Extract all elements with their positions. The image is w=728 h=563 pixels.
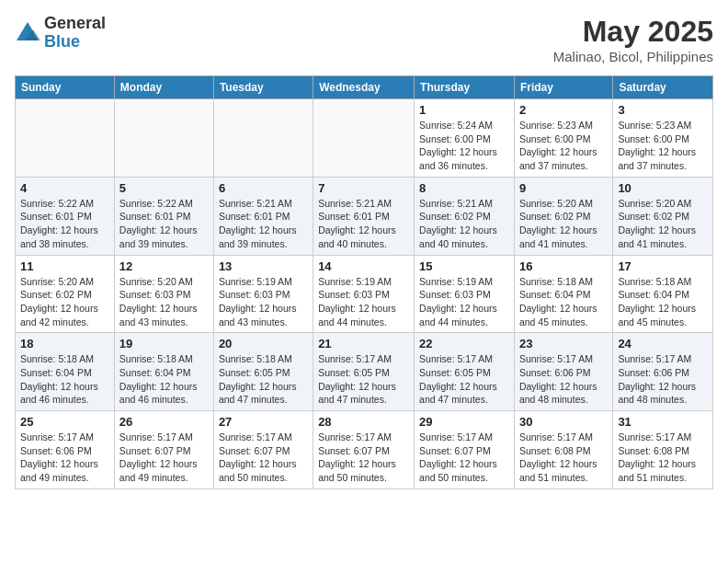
- day-number: 7: [318, 181, 409, 195]
- logo-text: General Blue: [44, 15, 106, 52]
- day-info: Sunrise: 5:17 AM Sunset: 6:05 PM Dayligh…: [419, 352, 509, 407]
- calendar-cell: [213, 99, 313, 178]
- day-info: Sunrise: 5:18 AM Sunset: 6:04 PM Dayligh…: [119, 352, 209, 407]
- day-number: 1: [419, 103, 509, 117]
- calendar-cell: 26Sunrise: 5:17 AM Sunset: 6:07 PM Dayli…: [114, 411, 213, 489]
- calendar-cell: 24Sunrise: 5:17 AM Sunset: 6:06 PM Dayli…: [613, 333, 713, 411]
- logo-icon: [15, 20, 40, 46]
- day-number: 31: [618, 415, 708, 429]
- day-number: 25: [20, 415, 109, 429]
- day-info: Sunrise: 5:21 AM Sunset: 6:02 PM Dayligh…: [419, 197, 509, 251]
- weekday-header-row: SundayMondayTuesdayWednesdayThursdayFrid…: [16, 76, 713, 99]
- day-number: 15: [419, 259, 509, 273]
- day-number: 21: [318, 337, 409, 350]
- day-number: 2: [519, 103, 608, 117]
- calendar-cell: 31Sunrise: 5:17 AM Sunset: 6:08 PM Dayli…: [613, 411, 713, 489]
- day-number: 28: [318, 415, 409, 429]
- weekday-header-tuesday: Tuesday: [213, 76, 313, 99]
- day-info: Sunrise: 5:22 AM Sunset: 6:01 PM Dayligh…: [119, 197, 209, 251]
- calendar-cell: 20Sunrise: 5:18 AM Sunset: 6:05 PM Dayli…: [213, 333, 313, 411]
- day-info: Sunrise: 5:17 AM Sunset: 6:07 PM Dayligh…: [119, 431, 209, 485]
- calendar-cell: [114, 99, 213, 178]
- day-info: Sunrise: 5:18 AM Sunset: 6:04 PM Dayligh…: [618, 275, 708, 329]
- day-number: 10: [618, 181, 708, 195]
- logo: General Blue: [15, 15, 106, 52]
- day-number: 13: [219, 259, 308, 273]
- day-number: 9: [519, 181, 608, 195]
- day-info: Sunrise: 5:17 AM Sunset: 6:06 PM Dayligh…: [20, 431, 109, 485]
- day-number: 18: [20, 337, 109, 350]
- month-year-title: May 2025: [553, 15, 713, 49]
- day-info: Sunrise: 5:17 AM Sunset: 6:07 PM Dayligh…: [318, 431, 409, 485]
- day-number: 3: [618, 103, 708, 117]
- calendar-cell: 9Sunrise: 5:20 AM Sunset: 6:02 PM Daylig…: [514, 177, 612, 255]
- calendar-cell: 29Sunrise: 5:17 AM Sunset: 6:07 PM Dayli…: [415, 411, 515, 489]
- weekday-header-wednesday: Wednesday: [313, 76, 415, 99]
- calendar-cell: 6Sunrise: 5:21 AM Sunset: 6:01 PM Daylig…: [213, 177, 313, 255]
- day-info: Sunrise: 5:17 AM Sunset: 6:08 PM Dayligh…: [618, 431, 708, 485]
- weekday-header-saturday: Saturday: [613, 76, 713, 99]
- day-info: Sunrise: 5:17 AM Sunset: 6:06 PM Dayligh…: [618, 352, 708, 407]
- day-info: Sunrise: 5:17 AM Sunset: 6:07 PM Dayligh…: [219, 431, 308, 485]
- calendar-cell: 21Sunrise: 5:17 AM Sunset: 6:05 PM Dayli…: [313, 333, 415, 411]
- day-info: Sunrise: 5:17 AM Sunset: 6:06 PM Dayligh…: [519, 352, 608, 407]
- calendar-cell: 4Sunrise: 5:22 AM Sunset: 6:01 PM Daylig…: [16, 177, 115, 255]
- calendar-cell: 25Sunrise: 5:17 AM Sunset: 6:06 PM Dayli…: [16, 411, 115, 489]
- day-info: Sunrise: 5:20 AM Sunset: 6:02 PM Dayligh…: [20, 275, 109, 329]
- calendar-cell: 2Sunrise: 5:23 AM Sunset: 6:00 PM Daylig…: [514, 99, 612, 178]
- weekday-header-friday: Friday: [514, 76, 612, 99]
- day-info: Sunrise: 5:19 AM Sunset: 6:03 PM Dayligh…: [219, 275, 308, 329]
- calendar-cell: 30Sunrise: 5:17 AM Sunset: 6:08 PM Dayli…: [514, 411, 612, 489]
- day-number: 27: [219, 415, 308, 429]
- day-number: 6: [219, 181, 308, 195]
- week-row-3: 11Sunrise: 5:20 AM Sunset: 6:02 PM Dayli…: [16, 255, 713, 333]
- day-number: 14: [318, 259, 409, 273]
- day-info: Sunrise: 5:19 AM Sunset: 6:03 PM Dayligh…: [419, 275, 509, 329]
- calendar-cell: 14Sunrise: 5:19 AM Sunset: 6:03 PM Dayli…: [313, 255, 415, 333]
- day-info: Sunrise: 5:17 AM Sunset: 6:05 PM Dayligh…: [318, 352, 409, 407]
- logo-general-label: General: [44, 15, 106, 33]
- week-row-1: 1Sunrise: 5:24 AM Sunset: 6:00 PM Daylig…: [16, 99, 713, 178]
- day-info: Sunrise: 5:23 AM Sunset: 6:00 PM Dayligh…: [618, 119, 708, 173]
- calendar-cell: 17Sunrise: 5:18 AM Sunset: 6:04 PM Dayli…: [613, 255, 713, 333]
- day-number: 22: [419, 337, 509, 350]
- calendar-cell: 18Sunrise: 5:18 AM Sunset: 6:04 PM Dayli…: [16, 333, 115, 411]
- title-block: May 2025 Malinao, Bicol, Philippines: [553, 15, 713, 64]
- calendar-cell: 19Sunrise: 5:18 AM Sunset: 6:04 PM Dayli…: [114, 333, 213, 411]
- day-info: Sunrise: 5:17 AM Sunset: 6:07 PM Dayligh…: [419, 431, 509, 485]
- day-info: Sunrise: 5:20 AM Sunset: 6:02 PM Dayligh…: [618, 197, 708, 251]
- day-number: 16: [519, 259, 608, 273]
- day-number: 11: [20, 259, 109, 273]
- weekday-header-thursday: Thursday: [415, 76, 515, 99]
- day-number: 12: [119, 259, 209, 273]
- calendar-cell: 8Sunrise: 5:21 AM Sunset: 6:02 PM Daylig…: [415, 177, 515, 255]
- day-info: Sunrise: 5:20 AM Sunset: 6:03 PM Dayligh…: [119, 275, 209, 329]
- day-number: 20: [219, 337, 308, 350]
- calendar-table: SundayMondayTuesdayWednesdayThursdayFrid…: [15, 75, 713, 489]
- day-info: Sunrise: 5:21 AM Sunset: 6:01 PM Dayligh…: [318, 197, 409, 251]
- day-number: 24: [618, 337, 708, 350]
- day-info: Sunrise: 5:19 AM Sunset: 6:03 PM Dayligh…: [318, 275, 409, 329]
- day-number: 17: [618, 259, 708, 273]
- calendar-cell: 16Sunrise: 5:18 AM Sunset: 6:04 PM Dayli…: [514, 255, 612, 333]
- day-number: 29: [419, 415, 509, 429]
- day-info: Sunrise: 5:17 AM Sunset: 6:08 PM Dayligh…: [519, 431, 608, 485]
- logo-blue-label: Blue: [44, 33, 106, 52]
- day-info: Sunrise: 5:23 AM Sunset: 6:00 PM Dayligh…: [519, 119, 608, 173]
- calendar-cell: 28Sunrise: 5:17 AM Sunset: 6:07 PM Dayli…: [313, 411, 415, 489]
- calendar-cell: 27Sunrise: 5:17 AM Sunset: 6:07 PM Dayli…: [213, 411, 313, 489]
- calendar-cell: 15Sunrise: 5:19 AM Sunset: 6:03 PM Dayli…: [415, 255, 515, 333]
- day-info: Sunrise: 5:20 AM Sunset: 6:02 PM Dayligh…: [519, 197, 608, 251]
- week-row-4: 18Sunrise: 5:18 AM Sunset: 6:04 PM Dayli…: [16, 333, 713, 411]
- calendar-cell: 3Sunrise: 5:23 AM Sunset: 6:00 PM Daylig…: [613, 99, 713, 178]
- calendar-cell: 13Sunrise: 5:19 AM Sunset: 6:03 PM Dayli…: [213, 255, 313, 333]
- day-number: 5: [119, 181, 209, 195]
- calendar-cell: 1Sunrise: 5:24 AM Sunset: 6:00 PM Daylig…: [415, 99, 515, 178]
- calendar-cell: 5Sunrise: 5:22 AM Sunset: 6:01 PM Daylig…: [114, 177, 213, 255]
- day-info: Sunrise: 5:24 AM Sunset: 6:00 PM Dayligh…: [419, 119, 509, 173]
- calendar-cell: [16, 99, 115, 178]
- day-info: Sunrise: 5:18 AM Sunset: 6:04 PM Dayligh…: [519, 275, 608, 329]
- day-number: 8: [419, 181, 509, 195]
- day-number: 23: [519, 337, 608, 350]
- calendar-cell: [313, 99, 415, 178]
